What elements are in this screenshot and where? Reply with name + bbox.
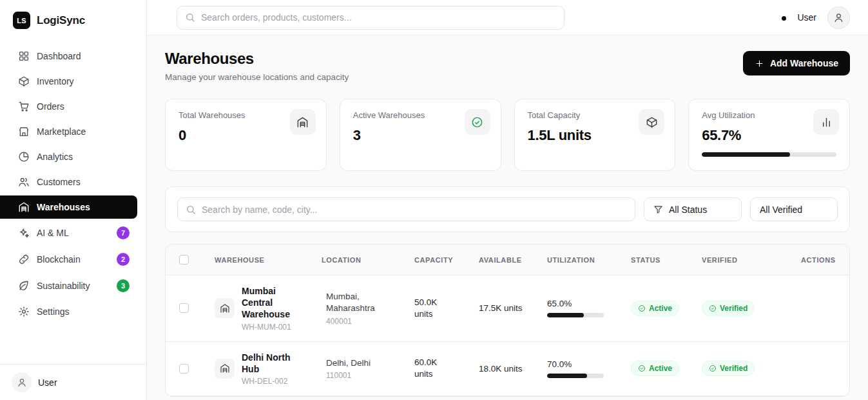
plus-icon	[755, 59, 764, 68]
sidebar-item-ai-ml[interactable]: AI & ML 7	[0, 221, 137, 245]
link-icon	[18, 254, 30, 265]
postal-code: 110001	[326, 371, 371, 380]
view-button[interactable]	[798, 307, 801, 310]
sidebar-item-analytics[interactable]: Analytics	[0, 145, 137, 168]
column-header: LOCATION	[309, 256, 401, 264]
sidebar-item-label: Warehouses	[37, 202, 90, 212]
location-text: Delhi, Delhi	[326, 357, 371, 369]
sidebar-item-label: Sustainability	[37, 281, 90, 291]
page-title: Warehouses	[165, 50, 349, 68]
table-row[interactable]: Delhi North Hub WH-DEL-002 Delhi, Delhi …	[166, 342, 849, 396]
sidebar-item-label: Marketplace	[37, 126, 86, 137]
delete-button[interactable]	[820, 367, 823, 370]
notification-dot	[782, 16, 786, 21]
column-header: UTILIZATION	[534, 256, 618, 264]
search-icon	[186, 205, 196, 215]
select-all-checkbox[interactable]	[179, 255, 189, 265]
utilization-value: 70.0%	[547, 359, 618, 369]
page-subtitle: Manage your warehouse locations and capa…	[165, 72, 349, 82]
status-badge: Active	[631, 301, 679, 316]
main-area: User Warehouses Manage your warehouse lo…	[147, 0, 868, 400]
user-avatar	[12, 372, 32, 392]
utilization-value: 65.0%	[547, 299, 618, 308]
global-search[interactable]	[177, 6, 564, 30]
filter-bar: All Status All Verified	[165, 186, 850, 232]
sidebar-item-customers[interactable]: Customers	[0, 170, 137, 194]
delete-button[interactable]	[820, 307, 823, 310]
sidebar-item-label: Settings	[37, 306, 70, 317]
sidebar-item-blockchain[interactable]: Blockchain 2	[0, 247, 137, 272]
capacity-value: 60.0K units	[401, 357, 457, 380]
sidebar-item-sustainability[interactable]: Sustainability 3	[0, 274, 137, 298]
sidebar-item-orders[interactable]: Orders	[0, 95, 137, 118]
sidebar-item-marketplace[interactable]: Marketplace	[0, 120, 137, 143]
utilization-bar	[547, 374, 604, 378]
sidebar-item-label: Blockchain	[37, 254, 81, 265]
sidebar-item-settings[interactable]: Settings	[0, 300, 137, 323]
funnel-icon	[653, 205, 663, 214]
warehouse-code: WH-DEL-002	[242, 377, 309, 386]
utilization-bar	[547, 313, 604, 317]
check-circle-icon	[709, 305, 717, 312]
sidebar-item-label: Analytics	[37, 152, 73, 162]
row-checkbox[interactable]	[179, 303, 189, 313]
sustainability-badge: 3	[117, 279, 130, 292]
logout-button[interactable]	[132, 381, 135, 384]
add-warehouse-button[interactable]: Add Warehouse	[743, 51, 850, 75]
bar-chart-icon	[813, 109, 839, 135]
status-filter-select[interactable]: All Status	[644, 197, 742, 221]
verified-filter-select[interactable]: All Verified	[750, 197, 838, 221]
dashboard-icon	[18, 50, 30, 62]
stat-card-avg-utilization: Avg Utilization 65.7%	[688, 99, 850, 171]
leaf-icon	[18, 280, 30, 292]
profile-avatar-button[interactable]	[827, 6, 850, 29]
sidebar-item-inventory[interactable]: Inventory	[0, 70, 137, 93]
sidebar-item-label: Dashboard	[37, 51, 81, 61]
row-checkbox[interactable]	[179, 364, 189, 374]
pie-chart-icon	[18, 151, 30, 163]
column-header: VERIFIED	[689, 256, 784, 264]
status-filter-value: All Status	[669, 205, 707, 215]
verified-badge: Verified	[702, 301, 755, 316]
notifications-button[interactable]	[784, 16, 786, 19]
stat-card-active-warehouses: Active Warehouses 3	[340, 99, 501, 171]
edit-button[interactable]	[809, 367, 812, 370]
warehouse-search-input[interactable]	[202, 205, 627, 215]
global-search-input[interactable]	[201, 12, 556, 23]
verified-badge: Verified	[702, 361, 755, 376]
brand-name: LogiSync	[37, 14, 85, 27]
warehouses-table: WAREHOUSE LOCATION CAPACITY AVAILABLE UT…	[165, 244, 850, 397]
users-icon	[18, 176, 30, 188]
view-button[interactable]	[798, 367, 801, 370]
search-icon	[185, 12, 195, 23]
sidebar-item-dashboard[interactable]: Dashboard	[0, 45, 137, 68]
store-icon	[18, 126, 30, 137]
column-header: ACTIONS	[784, 256, 849, 264]
available-value: 17.5K units	[466, 303, 534, 313]
building-icon	[290, 109, 316, 135]
warehouse-name: Mumbai Central Warehouse	[242, 285, 309, 321]
sidebar-item-label: Customers	[37, 177, 81, 187]
app-window: LS LogiSync Dashboard Inventory Orders M…	[0, 0, 868, 400]
warehouse-icon	[215, 298, 235, 318]
edit-button[interactable]	[809, 307, 812, 310]
stat-card-total-capacity: Total Capacity 1.5L units	[514, 99, 676, 171]
column-header: STATUS	[618, 256, 689, 264]
table-row[interactable]: Mumbai Central Warehouse WH-MUM-001 Mumb…	[166, 275, 849, 342]
postal-code: 400001	[326, 317, 385, 326]
cart-icon	[18, 101, 30, 112]
status-badge: Active	[631, 361, 679, 376]
warehouse-search[interactable]	[177, 197, 635, 221]
warehouse-code: WH-MUM-001	[242, 323, 309, 332]
stat-cards: Total Warehouses 0 Active Warehouses 3 T…	[165, 99, 850, 171]
sidebar-nav: Dashboard Inventory Orders Marketplace A…	[0, 38, 146, 328]
warehouse-icon	[18, 201, 30, 213]
sidebar-item-warehouses[interactable]: Warehouses	[0, 195, 137, 219]
sidebar-item-label: AI & ML	[37, 228, 69, 238]
gear-icon	[18, 306, 30, 317]
sidebar: LS LogiSync Dashboard Inventory Orders M…	[0, 0, 147, 400]
available-value: 18.0K units	[466, 364, 534, 374]
package-icon	[18, 75, 30, 87]
sidebar-footer: User	[0, 364, 146, 400]
page-header: Warehouses Manage your warehouse locatio…	[165, 50, 850, 82]
